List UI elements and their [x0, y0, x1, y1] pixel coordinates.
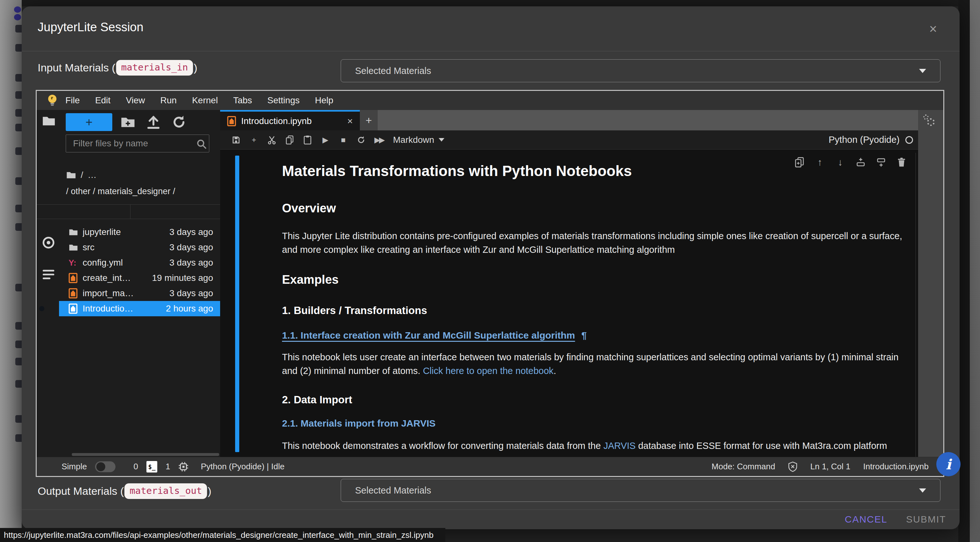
jarvis-link[interactable]: JARVIS: [603, 441, 635, 451]
notebook-toolbar: + ▶ ■ ▶▶ Markdown Python (Pyodide): [220, 130, 918, 149]
background-list-icon: [15, 91, 22, 99]
background-cluster-icon: [15, 109, 22, 117]
file-modified: 3 days ago: [169, 242, 213, 252]
running-kernels-icon[interactable]: [42, 236, 55, 249]
file-list-header: Name ▲ Last Modified: [37, 204, 220, 219]
tab-title: Introduction.ipynb: [241, 116, 312, 126]
cell-collapser-bar[interactable]: [235, 155, 239, 452]
background-sidebar: [0, 0, 22, 542]
cell-type-dropdown[interactable]: Markdown: [393, 135, 444, 145]
file-name: import_ma…: [83, 288, 169, 298]
footer-divider: [22, 509, 959, 510]
menu-edit[interactable]: Edit: [88, 95, 118, 106]
file-name: jupyterlite: [83, 227, 169, 237]
interface-heading: 1.1. Interface creation with Zur and McG…: [282, 330, 587, 341]
cell-toolbar: ↑ ↓: [792, 156, 908, 169]
upload-icon[interactable]: [146, 114, 161, 130]
run-all-icon[interactable]: ▶▶: [370, 133, 388, 147]
output-materials-label-text: Output Materials (: [38, 485, 124, 498]
menu-tabs[interactable]: Tabs: [226, 95, 260, 106]
folder-tab-icon[interactable]: [42, 114, 56, 127]
cancel-button[interactable]: CANCEL: [845, 512, 886, 527]
jupyter-menubar: FileEditViewRunKernelTabsSettingsHelp: [37, 91, 943, 110]
breadcrumb-path[interactable]: / other / materials_designer /: [66, 187, 175, 197]
horizontal-scrollbar[interactable]: [72, 453, 219, 456]
menu-run[interactable]: Run: [153, 95, 185, 106]
kernel-status-label: Python (Pyodide) | Idle: [200, 462, 285, 472]
table-of-contents-icon[interactable]: [42, 268, 55, 281]
tab-close-icon[interactable]: ×: [347, 116, 353, 127]
simple-mode-toggle[interactable]: [95, 461, 116, 472]
folder-icon: [68, 228, 78, 236]
file-modified: 3 days ago: [169, 227, 213, 237]
stop-kernel-icon[interactable]: ■: [334, 133, 352, 147]
file-row-create-int-[interactable]: create_int…19 minutes ago: [59, 270, 220, 286]
insert-cell-icon[interactable]: +: [245, 133, 263, 147]
breadcrumb-root[interactable]: /: [81, 170, 83, 180]
notebook-content: ↑ ↓ Materials Transformations with Pytho…: [220, 149, 918, 457]
breadcrumb-ellipsis[interactable]: …: [88, 170, 97, 180]
restart-kernel-icon[interactable]: [352, 133, 370, 147]
move-cell-down-icon[interactable]: ↓: [833, 156, 847, 169]
delete-cell-icon[interactable]: [894, 156, 908, 169]
duplicate-cell-icon[interactable]: [792, 156, 807, 169]
run-cell-icon[interactable]: ▶: [317, 133, 334, 147]
output-materials-dropdown[interactable]: Selected Materials: [341, 479, 940, 502]
file-name: src: [83, 242, 169, 252]
interface-paragraph-period: .: [554, 366, 556, 376]
refresh-icon[interactable]: [171, 114, 187, 130]
column-divider: [130, 204, 130, 219]
new-folder-icon[interactable]: [120, 114, 135, 130]
file-row-introductio-[interactable]: Introductio…2 hours ago: [59, 301, 220, 316]
menu-file[interactable]: File: [58, 95, 88, 106]
input-materials-label-text: Input Materials (: [38, 62, 116, 74]
insert-cell-above-icon[interactable]: [854, 156, 868, 169]
property-inspector-icon[interactable]: [923, 114, 939, 130]
copy-cells-icon[interactable]: [281, 133, 299, 147]
background-bank-icon: [15, 322, 22, 330]
notebook-file-icon: [68, 304, 78, 314]
anchor-pilcrow[interactable]: ¶: [582, 330, 587, 341]
right-sidebar: [918, 110, 943, 457]
menu-settings[interactable]: Settings: [260, 95, 307, 106]
file-row-import-ma-[interactable]: import_ma…3 days ago: [59, 286, 220, 301]
menu-kernel[interactable]: Kernel: [185, 95, 226, 106]
file-row-jupyterlite[interactable]: jupyterlite3 days ago: [59, 225, 220, 240]
interface-algorithm-link[interactable]: 1.1. Interface creation with Zur and McG…: [282, 330, 575, 341]
new-launcher-button[interactable]: +: [66, 113, 112, 131]
output-dropdown-value: Selected Materials: [355, 485, 919, 496]
jarvis-paragraph: This notebook demonstrates a workflow fo…: [282, 439, 887, 452]
save-icon[interactable]: [227, 133, 245, 147]
open-notebook-link[interactable]: Click here to open the notebook: [423, 366, 554, 376]
file-row-config-yml[interactable]: Y:config.yml3 days ago: [59, 255, 220, 270]
close-icon[interactable]: ×: [925, 21, 941, 37]
filter-files-input[interactable]: [66, 135, 209, 152]
new-tab-button[interactable]: +: [360, 110, 378, 130]
submit-button[interactable]: SUBMIT: [905, 512, 947, 527]
info-button[interactable]: i: [936, 452, 961, 476]
kernel-selector[interactable]: Python (Pyodide): [829, 135, 913, 145]
kernel-name-label: Python (Pyodide): [829, 135, 900, 145]
terminals-count: 0: [134, 462, 138, 472]
tab-introduction-ipynb[interactable]: Introduction.ipynb ×: [220, 110, 360, 130]
home-folder-icon[interactable]: [66, 171, 76, 179]
terminal-icon[interactable]: $_: [146, 461, 157, 472]
cut-cells-icon[interactable]: [263, 133, 281, 147]
input-materials-dropdown[interactable]: Selected Materials: [341, 59, 940, 82]
menu-view[interactable]: View: [118, 95, 153, 106]
insert-cell-below-icon[interactable]: [874, 156, 888, 169]
data-import-heading: 2. Data Import: [282, 394, 352, 406]
examples-heading: Examples: [282, 273, 339, 287]
jarvis-import-link[interactable]: 2.1. Materials import from JARVIS: [282, 418, 436, 428]
move-cell-up-icon[interactable]: ↑: [813, 156, 827, 169]
command-mode-label[interactable]: Mode: Command: [712, 462, 775, 472]
menu-help[interactable]: Help: [307, 95, 341, 106]
file-row-src[interactable]: src3 days ago: [59, 240, 220, 255]
app-logo: [14, 6, 22, 21]
background-users-icon: [15, 341, 22, 348]
breadcrumb[interactable]: / …: [66, 170, 97, 180]
file-modified: 3 days ago: [169, 288, 213, 298]
jarvis-paragraph-text: This notebook demonstrates a workflow fo…: [282, 441, 603, 451]
paste-cells-icon[interactable]: [299, 133, 317, 147]
cursor-position-label[interactable]: Ln 1, Col 1: [810, 462, 851, 472]
